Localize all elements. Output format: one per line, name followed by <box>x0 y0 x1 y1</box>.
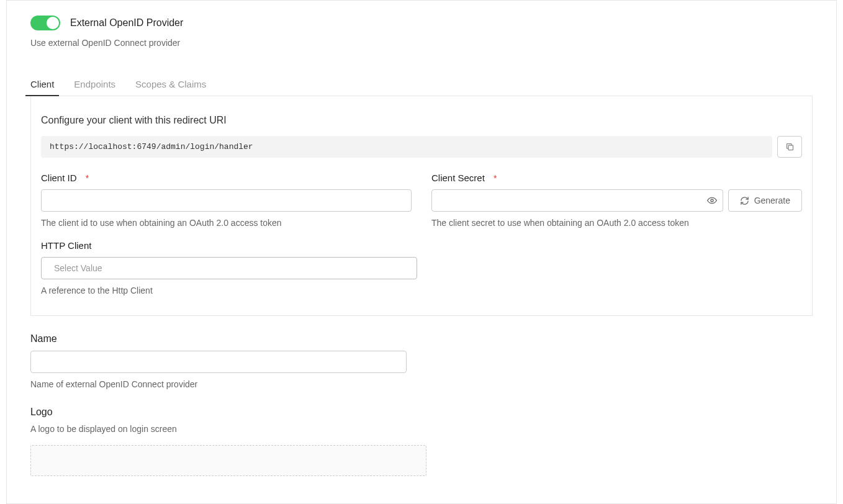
required-asterisk: * <box>494 173 497 183</box>
client-secret-help: The client secret to use when obtaining … <box>431 218 802 228</box>
logo-help: A logo to be displayed on login screen <box>30 424 813 434</box>
tab-client[interactable]: Client <box>30 73 54 96</box>
logo-dropzone[interactable] <box>30 445 426 476</box>
generate-label: Generate <box>754 196 790 205</box>
copy-redirect-uri-button[interactable] <box>777 136 802 158</box>
svg-rect-0 <box>788 145 793 150</box>
client-tab-panel: Configure your client with this redirect… <box>30 96 813 316</box>
name-input[interactable] <box>30 351 407 373</box>
tab-endpoints[interactable]: Endpoints <box>74 73 115 96</box>
refresh-icon <box>740 196 749 205</box>
client-secret-label: Client Secret * <box>431 173 802 183</box>
copy-icon <box>785 142 795 151</box>
logo-label: Logo <box>30 407 813 418</box>
redirect-uri-heading: Configure your client with this redirect… <box>41 115 802 126</box>
tabs: Client Endpoints Scopes & Claims <box>30 73 813 96</box>
external-openid-toggle[interactable] <box>30 16 60 30</box>
tab-scopes-claims[interactable]: Scopes & Claims <box>135 73 206 96</box>
http-client-label: HTTP Client <box>41 240 802 251</box>
client-id-input[interactable] <box>41 189 412 212</box>
required-asterisk: * <box>86 173 89 183</box>
redirect-uri-value: https://localhost:6749/admin/login/handl… <box>41 136 772 158</box>
toggle-description: Use external OpenID Connect provider <box>30 38 813 48</box>
toggle-knob <box>47 17 59 29</box>
reveal-secret-icon[interactable] <box>707 196 717 205</box>
client-id-label-text: Client ID <box>41 173 77 183</box>
http-client-help: A reference to the Http Client <box>41 286 802 295</box>
http-client-select[interactable]: Select Value <box>41 257 417 279</box>
svg-point-1 <box>711 199 713 202</box>
client-secret-input[interactable] <box>431 189 723 212</box>
client-id-label: Client ID * <box>41 173 412 183</box>
client-secret-label-text: Client Secret <box>431 173 485 183</box>
generate-secret-button[interactable]: Generate <box>728 189 802 212</box>
name-help: Name of external OpenID Connect provider <box>30 379 813 389</box>
name-label: Name <box>30 333 813 344</box>
toggle-label: External OpenID Provider <box>70 17 183 29</box>
client-id-help: The client id to use when obtaining an O… <box>41 218 412 228</box>
